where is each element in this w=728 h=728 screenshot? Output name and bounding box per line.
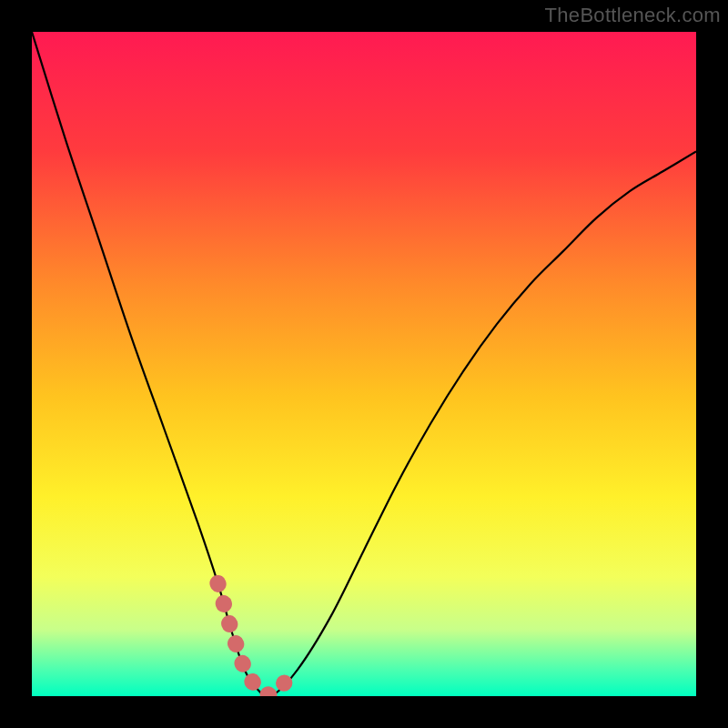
- gradient-background: [32, 32, 696, 696]
- watermark-text: TheBottleneck.com: [545, 4, 721, 27]
- chart-frame: TheBottleneck.com: [0, 0, 728, 728]
- plot-area: [32, 32, 696, 696]
- chart-svg: [32, 32, 696, 696]
